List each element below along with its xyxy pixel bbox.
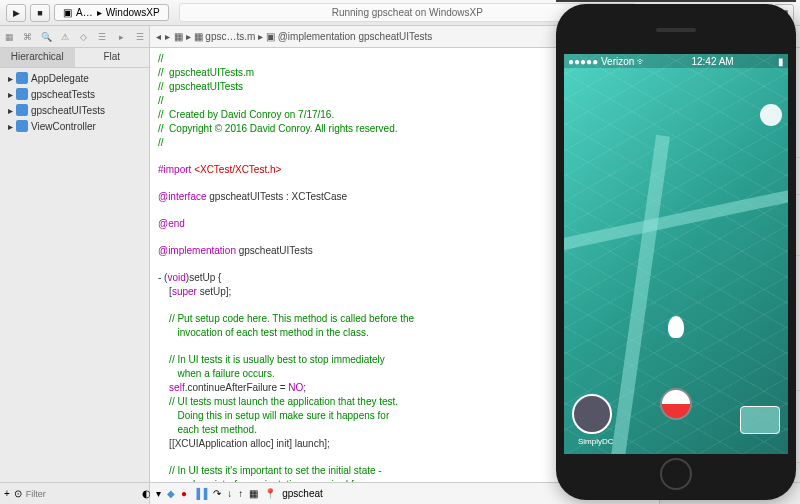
issue-navigator-icon[interactable]: ⚠ (56, 26, 75, 47)
pokeball-button[interactable] (660, 388, 692, 420)
find-navigator-icon[interactable]: 🔍 (37, 26, 56, 47)
scheme-selector[interactable]: ▣ A…▸ WindowsXP (54, 4, 169, 21)
symbol-navigator-icon[interactable]: ⌘ (19, 26, 38, 47)
compass-button[interactable] (760, 104, 782, 126)
navigator-panel: ▦⌘🔍⚠◇☰▸☰ Hierarchical Flat ▸AppDelegate … (0, 26, 150, 504)
test-navigator-icon[interactable]: ◇ (75, 26, 94, 47)
tree-label: gpscheatUITests (31, 105, 105, 116)
class-icon (16, 72, 28, 84)
debug-navigator-icon[interactable]: ☰ (93, 26, 112, 47)
hierarchical-mode[interactable]: Hierarchical (0, 48, 75, 67)
stop-button[interactable]: ■ (30, 4, 50, 22)
breakpoint-navigator-icon[interactable]: ▸ (112, 26, 131, 47)
simulator-screen[interactable]: ●●●●● Verizon ᯤ 12:42 AM ▮ SimplyDC (564, 54, 788, 454)
folder-icon (16, 88, 28, 100)
hide-debug-icon[interactable]: ▾ (156, 488, 161, 499)
filter-icon: ⊙ (14, 488, 22, 499)
simulator-toolbar: ◂ ● Record WindowsXP (556, 0, 796, 2)
profile-button[interactable] (572, 394, 612, 434)
player-avatar (668, 316, 684, 338)
nearby-button[interactable] (740, 406, 780, 434)
step-in-icon[interactable]: ↓ (227, 488, 232, 499)
flat-mode[interactable]: Flat (75, 48, 150, 67)
jump-path[interactable]: ▦ ▸ ▦ gpsc…ts.m ▸ ▣ @implementation gpsc… (174, 31, 432, 42)
class-icon (16, 120, 28, 132)
project-navigator-icon[interactable]: ▦ (0, 26, 19, 47)
username-label: SimplyDC (578, 437, 614, 446)
location-icon[interactable]: 📍 (264, 488, 276, 499)
folder-icon (16, 104, 28, 116)
add-icon[interactable]: + (4, 488, 10, 499)
record-icon[interactable]: ● (181, 488, 187, 499)
step-out-icon[interactable]: ↑ (238, 488, 243, 499)
tree-label: AppDelegate (31, 73, 89, 84)
view-mode-toggle[interactable]: Hierarchical Flat (0, 48, 149, 68)
project-tree: ▸AppDelegate ▸gpscheatTests ▸gpscheatUIT… (0, 68, 149, 482)
view-debug-icon[interactable]: ▦ (249, 488, 258, 499)
tree-item[interactable]: ▸AppDelegate (4, 70, 145, 86)
forward-icon[interactable]: ▸ (165, 31, 170, 42)
tree-item[interactable]: ▸gpscheatTests (4, 86, 145, 102)
navigator-tabs[interactable]: ▦⌘🔍⚠◇☰▸☰ (0, 26, 149, 48)
simulator-device: ◂ ● Record WindowsXP ●●●●● Verizon ᯤ 12:… (556, 4, 796, 500)
phone-speaker (656, 28, 696, 32)
tree-item[interactable]: ▸ViewController (4, 118, 145, 134)
debug-target[interactable]: gpscheat (282, 488, 323, 499)
navigator-filter-input[interactable] (26, 489, 138, 499)
destination-label: WindowsXP (106, 7, 160, 18)
scheme-label: A… (76, 7, 93, 18)
tree-label: gpscheatTests (31, 89, 95, 100)
home-button[interactable] (660, 458, 692, 490)
pause-icon[interactable]: ▐▐ (193, 488, 207, 499)
run-button[interactable]: ▶ (6, 4, 26, 22)
scheme-icon: ▣ (63, 7, 72, 18)
breakpoints-icon[interactable]: ◆ (167, 488, 175, 499)
step-over-icon[interactable]: ↷ (213, 488, 221, 499)
report-navigator-icon[interactable]: ☰ (130, 26, 149, 47)
tree-label: ViewController (31, 121, 96, 132)
tree-item[interactable]: ▸gpscheatUITests (4, 102, 145, 118)
back-icon[interactable]: ◂ (156, 31, 161, 42)
navigator-bottom-bar: + ⊙ ◐ ☐ (0, 482, 149, 504)
